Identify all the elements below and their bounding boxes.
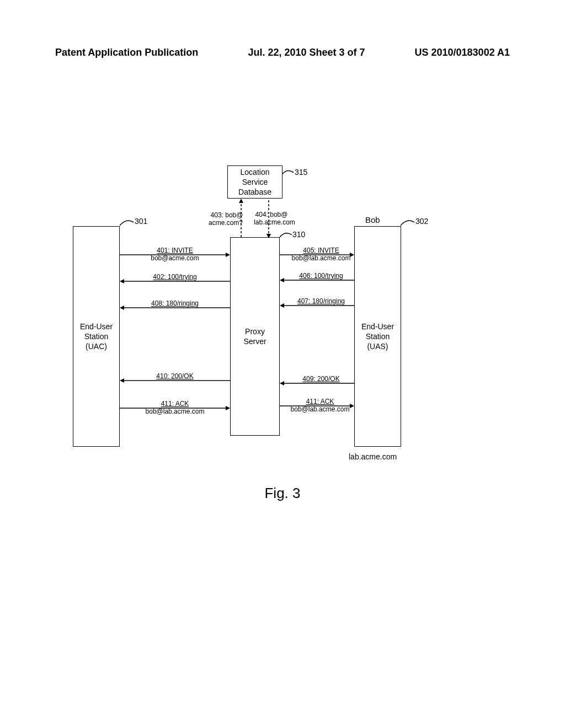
arrow-411-left (120, 406, 230, 413)
svg-marker-13 (226, 406, 230, 410)
ref-301: 301 (135, 217, 147, 226)
arrow-408 (120, 306, 230, 312)
msg-404-b: lab.acme.com (248, 218, 301, 226)
msg-404-a: 404: bob@ (249, 211, 294, 218)
msg-403-a: 403: bob@ (207, 211, 246, 219)
arrow-410 (120, 378, 230, 385)
header-left: Patent Application Publication (55, 47, 198, 58)
uac-box: End-User Station (UAC) (73, 226, 120, 447)
svg-marker-11 (120, 378, 124, 383)
uac-label: End-User Station (UAC) (80, 322, 113, 352)
proxy-box: Proxy Server (230, 237, 280, 436)
ref-310: 310 (292, 230, 305, 239)
location-service-db-box: Location Service Database (227, 165, 282, 199)
svg-marker-23 (350, 404, 354, 408)
proxy-label: Proxy Server (243, 326, 266, 346)
uas-box: End-User Station (UAS) (354, 226, 401, 447)
figure-caption: Fig. 3 (0, 485, 565, 502)
uas-label: End-User Station (UAS) (361, 322, 394, 352)
arrow-402 (120, 279, 230, 286)
arrow-405 (280, 253, 354, 259)
domain-label: lab.acme.com (349, 452, 397, 461)
arrow-411-right (280, 404, 354, 410)
svg-marker-3 (266, 234, 271, 238)
svg-marker-15 (350, 253, 354, 257)
locdb-label: Location Service Database (238, 167, 271, 197)
arrow-401 (120, 253, 230, 259)
svg-marker-9 (120, 306, 124, 310)
msg-403-b: acme.com? (204, 219, 248, 227)
svg-marker-1 (239, 199, 243, 203)
svg-marker-5 (226, 253, 230, 257)
svg-marker-7 (120, 279, 124, 283)
arrow-407 (280, 303, 354, 310)
svg-marker-19 (280, 303, 284, 308)
arrow-406 (280, 278, 354, 285)
header-center: Jul. 22, 2010 Sheet 3 of 7 (248, 47, 365, 58)
ref-315: 315 (295, 168, 307, 176)
diagram: Location Service Database 315 End-User S… (73, 165, 492, 485)
arrow-409 (280, 381, 354, 388)
bob-label: Bob (365, 215, 380, 224)
svg-marker-21 (280, 381, 284, 386)
svg-marker-17 (280, 278, 284, 282)
ref-302: 302 (415, 217, 428, 226)
header-right: US 2010/0183002 A1 (415, 47, 510, 58)
